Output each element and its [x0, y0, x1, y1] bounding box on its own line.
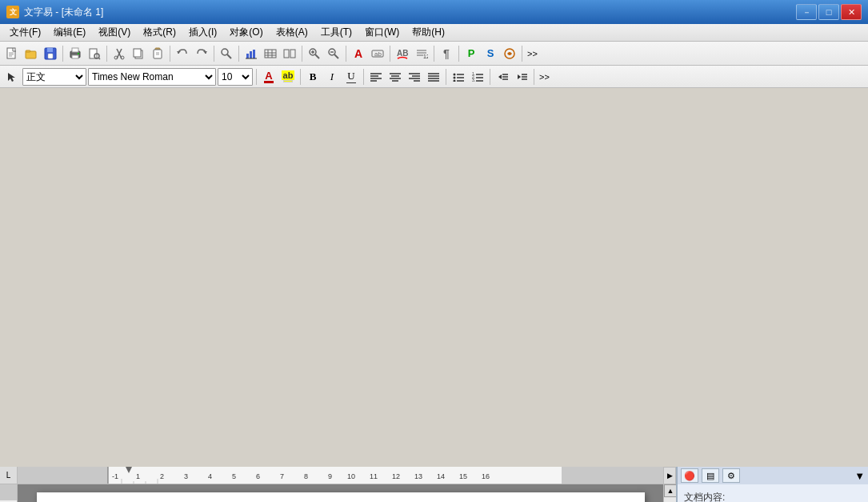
- svg-text:11: 11: [370, 472, 378, 480]
- menu-table[interactable]: 表格(A): [270, 24, 314, 41]
- svg-rect-31: [250, 51, 252, 58]
- win-maximize-button[interactable]: □: [818, 4, 839, 20]
- style-button[interactable]: S: [482, 45, 499, 62]
- style-dropdown[interactable]: 正文: [22, 68, 86, 86]
- print-preview-button[interactable]: [86, 45, 103, 62]
- fmt-separator-4: [446, 69, 446, 85]
- align-right-button[interactable]: [406, 68, 423, 86]
- right-panel: 文档内容: 页眉 页脚 正文 未命名 1 ⏮ ◀ ▶ ⏭: [676, 484, 868, 502]
- format-text-button[interactable]: A: [350, 45, 367, 62]
- menu-object[interactable]: 对象(O): [223, 24, 269, 41]
- find-button[interactable]: [218, 45, 235, 62]
- toolbar2: 正文 Times New Roman 10 A ab B I U: [0, 66, 868, 88]
- titlebar: 文 文字易 - [未命名 1] － □ ✕: [0, 0, 868, 24]
- menu-help[interactable]: 帮助(H): [406, 24, 451, 41]
- paste-button[interactable]: [149, 45, 166, 62]
- field-button[interactable]: ab: [369, 45, 386, 62]
- bold-button[interactable]: B: [304, 68, 322, 86]
- undo-button[interactable]: [174, 45, 191, 62]
- ruler-scroll-right[interactable]: ▶: [663, 467, 676, 484]
- align-center-button[interactable]: [386, 68, 404, 86]
- menu-format[interactable]: 格式(R): [137, 24, 182, 41]
- scroll-up-arrow[interactable]: ▲: [664, 484, 677, 497]
- copy-button[interactable]: [130, 45, 147, 62]
- decrease-indent-button[interactable]: [494, 68, 511, 86]
- svg-text:7: 7: [280, 472, 284, 480]
- svg-rect-39: [284, 50, 289, 58]
- svg-text:2: 2: [160, 472, 164, 480]
- zoom-in-button[interactable]: [306, 45, 323, 62]
- panel-tab-alert[interactable]: 🔴: [681, 468, 698, 483]
- win-minimize-button[interactable]: －: [796, 4, 817, 20]
- panel-tab-toc[interactable]: ▤: [702, 468, 719, 483]
- svg-text:3.: 3.: [472, 78, 475, 82]
- font-dropdown[interactable]: Times New Roman: [88, 68, 216, 86]
- svg-rect-119: [0, 484, 18, 500]
- toolbar2-more[interactable]: >>: [538, 72, 551, 82]
- bullets-button[interactable]: [450, 68, 467, 86]
- svg-rect-30: [246, 54, 249, 58]
- cut-button[interactable]: [110, 45, 128, 62]
- gallery-button[interactable]: [501, 45, 518, 62]
- svg-point-73: [454, 73, 456, 75]
- menu-insert[interactable]: 插入(I): [182, 24, 223, 41]
- svg-marker-85: [498, 74, 502, 79]
- numbering-button[interactable]: 1.2.3.: [469, 68, 486, 86]
- panel-tab-tools[interactable]: ⚙: [722, 468, 740, 483]
- redo-button[interactable]: [193, 45, 210, 62]
- underline-button[interactable]: U: [342, 68, 360, 86]
- font-color-button[interactable]: A: [260, 68, 278, 86]
- highlight-button[interactable]: ab: [279, 68, 297, 86]
- svg-text:4: 4: [208, 472, 212, 480]
- print-button[interactable]: [66, 45, 84, 62]
- svg-text:12: 12: [392, 472, 400, 480]
- vertical-scrollbar[interactable]: ▲ ▲ ▼ ▼: [663, 484, 676, 502]
- ruler-corner: L: [0, 467, 18, 484]
- toolbar-separator-11: [522, 46, 522, 62]
- svg-text:10: 10: [347, 472, 355, 480]
- svg-rect-94: [562, 467, 676, 484]
- doc-and-scroll: ▲ ▲ ▼ ▼: [18, 484, 676, 502]
- save-button[interactable]: [42, 45, 59, 62]
- zoom-out-button[interactable]: [325, 45, 342, 62]
- svg-line-15: [99, 58, 101, 59]
- svg-text:16: 16: [482, 472, 490, 480]
- toolbar1-more[interactable]: >>: [526, 49, 539, 58]
- scroll-track[interactable]: [664, 497, 676, 502]
- justify-button[interactable]: [425, 68, 442, 86]
- cursor-tool-button[interactable]: [3, 68, 21, 86]
- document-wrapper: ▲ ▲ ▼ ▼ ◀ ▶: [18, 484, 676, 502]
- document-page[interactable]: [37, 492, 645, 502]
- svg-rect-10: [72, 48, 78, 52]
- menu-window[interactable]: 窗口(W): [358, 24, 406, 41]
- font-size-dropdown[interactable]: 10: [218, 68, 253, 86]
- paragraph-button[interactable]: P: [462, 45, 480, 62]
- win-close-button[interactable]: ✕: [841, 4, 862, 20]
- menu-edit[interactable]: 编辑(E): [47, 24, 92, 41]
- wordcount-button[interactable]: 123: [413, 45, 430, 62]
- italic-button[interactable]: I: [323, 68, 341, 86]
- toolbar-separator-1: [62, 46, 63, 62]
- increase-indent-button[interactable]: [513, 68, 530, 86]
- menu-tools[interactable]: 工具(T): [314, 24, 358, 41]
- new-button[interactable]: [3, 45, 21, 62]
- svg-rect-93: [18, 467, 108, 484]
- columns-button[interactable]: [281, 45, 298, 62]
- show-marks-button[interactable]: ¶: [438, 45, 455, 62]
- svg-rect-8: [48, 54, 53, 58]
- horizontal-ruler: -1 1 2 3 4 5 6 7 8 9 10 11 12 13 14 15 1…: [18, 467, 676, 484]
- table-insert-button[interactable]: [262, 45, 279, 62]
- svg-marker-56: [8, 73, 15, 82]
- menu-file[interactable]: 文件(F): [3, 24, 47, 41]
- titlebar-left: 文 文字易 - [未命名 1]: [6, 6, 103, 19]
- svg-text:5: 5: [232, 472, 236, 480]
- panel-collapse-button[interactable]: ▼: [854, 470, 865, 482]
- chart-button[interactable]: [242, 45, 260, 62]
- menu-view[interactable]: 视图(V): [92, 24, 137, 41]
- spellcheck-button[interactable]: ABC: [394, 45, 411, 62]
- fmt-separator-2: [300, 69, 301, 85]
- document-area[interactable]: [18, 484, 663, 502]
- align-left-button[interactable]: [367, 68, 385, 86]
- svg-point-75: [454, 76, 456, 78]
- open-button[interactable]: [22, 45, 40, 62]
